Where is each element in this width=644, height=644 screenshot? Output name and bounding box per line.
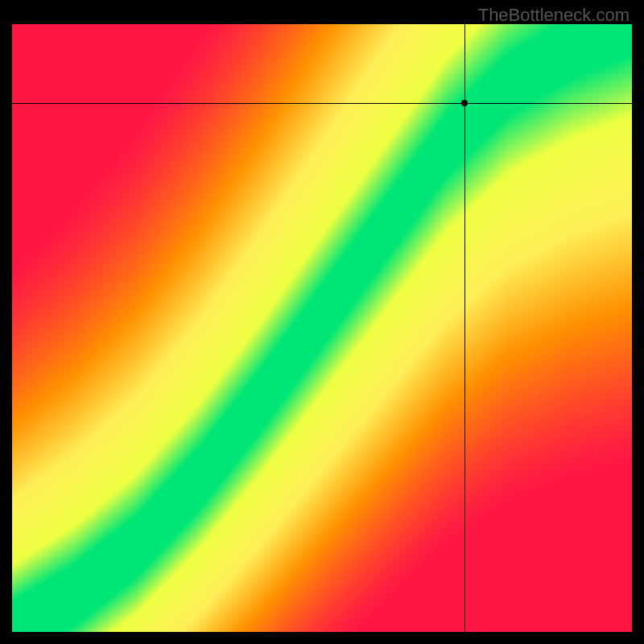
selection-marker [461, 100, 468, 106]
heatmap-container [12, 24, 632, 632]
heatmap-canvas [12, 24, 632, 632]
crosshair-horizontal [12, 103, 632, 104]
watermark-text: TheBottleneck.com [478, 5, 630, 26]
crosshair-vertical [464, 24, 465, 632]
